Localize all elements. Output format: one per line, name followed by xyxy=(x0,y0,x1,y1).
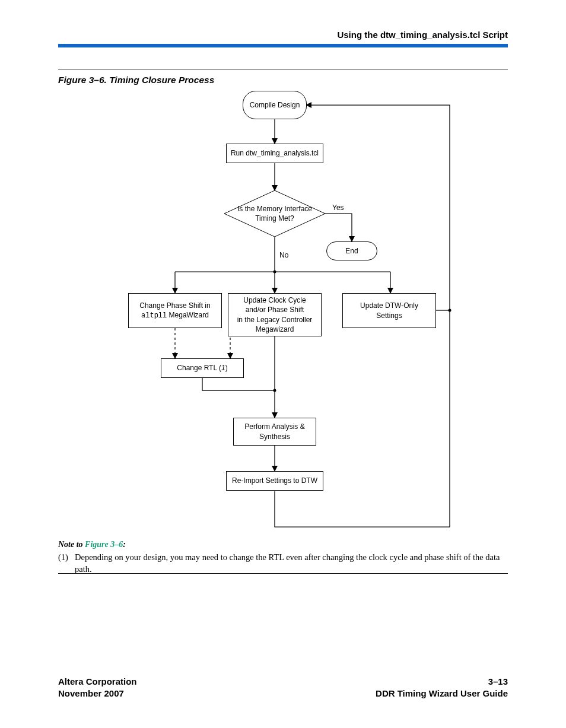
note-heading-prefix: Note to xyxy=(58,540,85,549)
footer-doc-title: DDR Timing Wizard User Guide xyxy=(376,688,508,700)
footer-company: Altera Corporation xyxy=(58,676,137,688)
node-compile-design: Compile Design xyxy=(243,91,307,119)
note-heading-suffix: : xyxy=(123,540,126,549)
header-rule xyxy=(58,44,508,47)
node-label: Perform Analysis & Synthesis xyxy=(244,422,304,441)
flowchart-diagram: Compile Design Run dtw_timing_analysis.t… xyxy=(58,91,508,529)
page-footer: Altera Corporation November 2007 3–13 DD… xyxy=(58,676,508,700)
node-change-rtl: Change RTL (1) xyxy=(161,358,244,378)
figure-note: Note to Figure 3–6: (1) Depending on you… xyxy=(58,540,508,575)
node-run-script: Run dtw_timing_analysis.tcl xyxy=(226,144,323,163)
svg-point-11 xyxy=(274,389,276,392)
edge-label-yes: Yes xyxy=(332,204,344,212)
note-heading-link[interactable]: Figure 3–6 xyxy=(85,540,123,549)
node-label: Change RTL (1) xyxy=(177,363,227,373)
node-label: End xyxy=(345,246,358,256)
footer-date: November 2007 xyxy=(58,688,137,700)
node-label: Update DTW-Only Settings xyxy=(360,301,418,320)
figure-rule-top xyxy=(58,69,508,69)
node-decision-timing-met: Is the Memory Interface Timing Met? xyxy=(224,190,326,237)
node-label: Update Clock Cycle and/or Phase Shift in… xyxy=(237,295,313,334)
figure-caption: Figure 3–6. Timing Closure Process xyxy=(58,75,214,85)
node-label: Re-Import Settings to DTW xyxy=(232,476,317,485)
node-update-dtw-only: Update DTW-Only Settings xyxy=(342,293,436,328)
svg-marker-16 xyxy=(224,190,325,237)
note-index: (1) xyxy=(58,552,75,575)
footer-page-number: 3–13 xyxy=(376,676,508,688)
node-label: Change Phase Shift in altpll MegaWizard xyxy=(139,301,210,320)
note-text: Depending on your design, you may need t… xyxy=(75,552,508,575)
decision-shape xyxy=(224,190,326,237)
page-header-title: Using the dtw_timing_analysis.tcl Script xyxy=(337,30,508,40)
svg-point-15 xyxy=(449,309,451,312)
edge-label-no: No xyxy=(279,251,288,259)
node-change-phase-shift: Change Phase Shift in altpll MegaWizard xyxy=(128,293,222,328)
node-reimport-settings: Re-Import Settings to DTW xyxy=(226,471,323,491)
node-label: Compile Design xyxy=(250,100,300,110)
svg-point-4 xyxy=(274,271,276,274)
node-end: End xyxy=(326,241,377,260)
node-update-clock-cycle: Update Clock Cycle and/or Phase Shift in… xyxy=(228,293,322,336)
node-label: Run dtw_timing_analysis.tcl xyxy=(231,148,319,158)
figure-rule-bottom xyxy=(58,573,508,574)
node-analysis-synthesis: Perform Analysis & Synthesis xyxy=(233,418,316,446)
